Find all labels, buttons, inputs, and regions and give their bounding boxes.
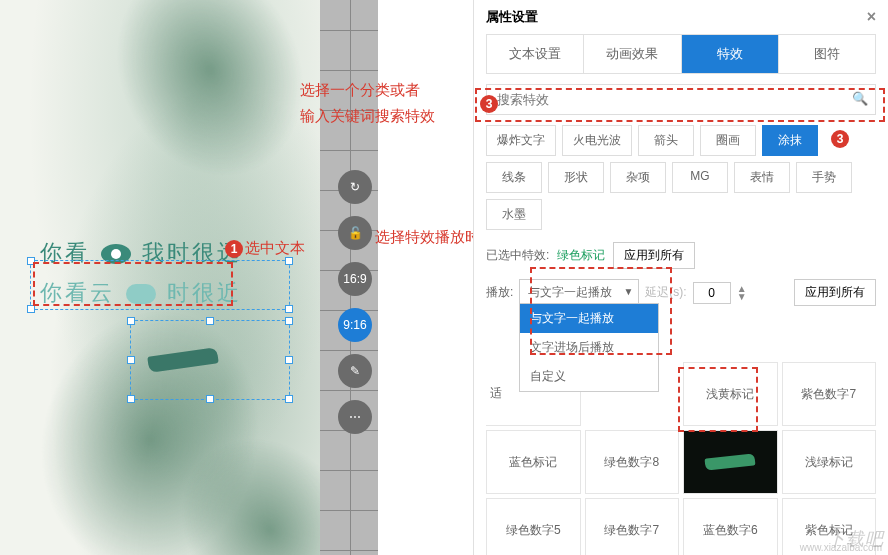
fx-blue-mark[interactable]: 蓝色标记 — [486, 430, 581, 494]
selected-effect-row: 已选中特效: 绿色标记 应用到所有 — [474, 238, 888, 273]
play-option-together[interactable]: 与文字一起播放 — [520, 304, 658, 333]
fx-purple-7[interactable]: 紫色数字7 — [782, 362, 877, 426]
fx-light-green-mark[interactable]: 浅绿标记 — [782, 430, 877, 494]
category-line[interactable]: 线条 — [486, 162, 542, 193]
tool-more-icon[interactable]: ⋯ — [338, 400, 372, 434]
selected-effect-value: 绿色标记 — [557, 247, 605, 264]
apply-all-button-2[interactable]: 应用到所有 — [794, 279, 876, 306]
play-dropdown-selected[interactable]: 与文字一起播放 ▼ — [519, 279, 639, 306]
category-emoji[interactable]: 表情 — [734, 162, 790, 193]
tab-animation[interactable]: 动画效果 — [584, 35, 681, 73]
tool-rotate-icon[interactable]: ↻ — [338, 170, 372, 204]
category-smear[interactable]: 涂抹 — [762, 125, 818, 156]
fx-green-5[interactable]: 绿色数字5 — [486, 498, 581, 555]
annotation-box-1 — [33, 262, 233, 306]
stepper-icon[interactable]: ▲▼ — [737, 285, 747, 301]
category-grid: 爆炸文字 火电光波 箭头 圈画 涂抹 线条 形状 杂项 MG 表情 手势 水墨 — [474, 125, 888, 238]
fx-blue-6[interactable]: 蓝色数字6 — [683, 498, 778, 555]
vertical-toolstrip: ↻ 🔓 16:9 9:16 ✎ ⋯ — [332, 170, 378, 434]
selected-effect-label: 已选中特效: — [486, 247, 549, 264]
tool-ratio-16-9[interactable]: 16:9 — [338, 262, 372, 296]
category-fire[interactable]: 火电光波 — [562, 125, 632, 156]
watermark-url: www.xiazaiba.com — [800, 542, 882, 553]
tab-glyphs[interactable]: 图符 — [779, 35, 875, 73]
annotation-3a: 选择一个分类或者 — [300, 81, 420, 100]
play-dropdown[interactable]: 与文字一起播放 ▼ 与文字一起播放 文字进场后播放 自定义 — [519, 279, 639, 306]
annotation-box-search — [475, 88, 885, 122]
tab-effects[interactable]: 特效 — [682, 35, 779, 73]
badge-3: 3 — [480, 95, 498, 113]
category-mg[interactable]: MG — [672, 162, 728, 193]
badge-1: 1 — [225, 240, 243, 258]
apply-all-button-1[interactable]: 应用到所有 — [613, 242, 695, 269]
tool-ratio-9-16[interactable]: 9:16 — [338, 308, 372, 342]
annotation-box-effect — [678, 367, 758, 432]
badge-3b: 3 — [831, 130, 849, 148]
panel-tabs: 文本设置 动画效果 特效 图符 — [486, 34, 876, 74]
tool-lock-icon[interactable]: 🔓 — [338, 216, 372, 250]
delay-label: 延迟(s): — [645, 284, 686, 301]
category-arrow[interactable]: 箭头 — [638, 125, 694, 156]
annotation-1: 1选中文本 — [225, 239, 305, 258]
play-label: 播放: — [486, 284, 513, 301]
category-circle[interactable]: 圈画 — [700, 125, 756, 156]
play-option-custom[interactable]: 自定义 — [520, 362, 658, 391]
delay-input[interactable] — [693, 282, 731, 304]
tool-edit-icon[interactable]: ✎ — [338, 354, 372, 388]
tab-text-settings[interactable]: 文本设置 — [487, 35, 584, 73]
fx-green-8[interactable]: 绿色数字8 — [585, 430, 680, 494]
category-misc[interactable]: 杂项 — [610, 162, 666, 193]
play-row: 播放: 与文字一起播放 ▼ 与文字一起播放 文字进场后播放 自定义 延迟(s):… — [474, 273, 888, 312]
panel-title: 属性设置 — [486, 8, 538, 26]
close-icon[interactable]: × — [867, 8, 876, 26]
fx-green-7[interactable]: 绿色数字7 — [585, 498, 680, 555]
play-dropdown-menu: 与文字一起播放 文字进场后播放 自定义 — [519, 303, 659, 392]
category-ink[interactable]: 水墨 — [486, 199, 542, 230]
play-option-after[interactable]: 文字进场后播放 — [520, 333, 658, 362]
chevron-down-icon: ▼ — [623, 286, 633, 297]
annotation-3b: 输入关键词搜索特效 — [300, 107, 435, 126]
category-explosion[interactable]: 爆炸文字 — [486, 125, 556, 156]
category-gesture[interactable]: 手势 — [796, 162, 852, 193]
properties-panel: 属性设置 × 文本设置 动画效果 特效 图符 🔍 爆炸文字 火电光波 箭头 圈画… — [473, 0, 888, 555]
fx-selected-preview[interactable] — [683, 430, 778, 494]
category-shape[interactable]: 形状 — [548, 162, 604, 193]
